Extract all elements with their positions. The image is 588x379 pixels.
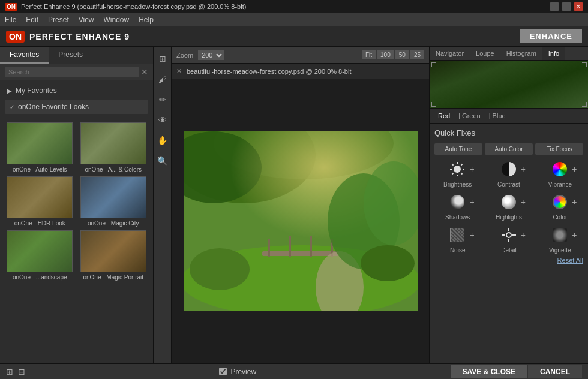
tab-presets[interactable]: Presets [49, 47, 92, 64]
brightness-plus[interactable]: + [468, 165, 475, 173]
zoom-label: Zoom [176, 52, 193, 59]
brush-tool[interactable]: 🖌 [155, 72, 170, 86]
tab-loupe[interactable]: Loupe [470, 47, 500, 60]
save-close-button[interactable]: SAVE & CLOSE [451, 365, 527, 378]
cancel-button[interactable]: CANCEL [527, 365, 582, 378]
navigator-preview [430, 61, 588, 109]
histogram-blue-button[interactable]: | Blue [485, 111, 509, 121]
preview-checkbox[interactable] [219, 368, 227, 375]
grid-large-icon[interactable]: ⊟ [18, 367, 25, 377]
noise-icon [448, 225, 467, 245]
color-adjustment: – + Color [537, 192, 583, 221]
list-item[interactable]: onOne - Magic City [79, 176, 149, 227]
vibrance-minus[interactable]: – [542, 165, 549, 173]
eraser-tool[interactable]: ✏ [155, 92, 170, 107]
pan-tool[interactable]: ✋ [155, 133, 170, 148]
histogram-controls: Red | Green | Blue [430, 109, 588, 124]
vignette-plus[interactable]: + [571, 231, 578, 239]
zoom-100-button[interactable]: 100 [377, 50, 394, 59]
noise-controls: – + [440, 225, 476, 245]
contrast-adjustment: – + Contrast [485, 160, 532, 188]
onone-favorite-looks-header[interactable]: ✓ onOne Favorite Looks [5, 100, 148, 114]
zoom-select[interactable]: 200 [198, 50, 224, 60]
canvas-toolbar: Zoom 200 Fit 100 50 25 [172, 47, 429, 64]
app-title: PERFECT ENHANCE 9 [29, 32, 130, 41]
menu-view[interactable]: View [79, 16, 94, 24]
brand: ON PERFECT ENHANCE 9 [6, 31, 130, 43]
color-controls: – + [542, 192, 578, 212]
fix-focus-button[interactable]: Fix Focus [535, 143, 583, 155]
zoom-fit-button[interactable]: Fit [362, 50, 376, 59]
shadows-plus[interactable]: + [468, 198, 475, 206]
svg-point-16 [454, 166, 461, 173]
grid-small-icon[interactable]: ⊞ [6, 367, 13, 377]
histogram-green-button[interactable]: | Green [455, 111, 484, 121]
shadows-minus[interactable]: – [440, 198, 447, 206]
search-input[interactable] [5, 67, 139, 77]
svg-rect-9 [310, 236, 312, 257]
maximize-button[interactable]: □ [562, 2, 571, 11]
menu-help[interactable]: Help [139, 16, 154, 24]
color-label: Color [553, 214, 567, 221]
color-minus[interactable]: – [542, 198, 549, 206]
highlights-minus[interactable]: – [491, 198, 498, 206]
visibility-tool[interactable]: 👁 [155, 113, 170, 127]
minimize-button[interactable]: — [550, 2, 559, 11]
tab-histogram[interactable]: Histogram [500, 47, 542, 60]
histogram-red-button[interactable]: Red [434, 111, 454, 121]
chevron-right-icon: ▶ [7, 88, 12, 94]
on-logo: ON [6, 31, 25, 43]
search-clear-icon[interactable]: ✕ [141, 67, 148, 77]
brightness-adjustment: – [434, 160, 481, 188]
crop-tool[interactable]: ⊞ [155, 52, 170, 66]
svg-rect-7 [268, 239, 270, 257]
noise-minus[interactable]: – [440, 231, 447, 239]
shadows-label: Shadows [445, 214, 470, 221]
list-item[interactable]: onOne - ...andscape [5, 230, 75, 281]
reset-all-link[interactable]: Reset All [557, 257, 583, 264]
auto-color-button[interactable]: Auto Color [485, 143, 533, 155]
noise-plus[interactable]: + [468, 231, 475, 239]
tab-favorites[interactable]: Favorites [0, 47, 49, 64]
svg-rect-8 [289, 236, 291, 257]
menu-edit[interactable]: Edit [26, 16, 38, 24]
detail-plus[interactable]: + [520, 231, 527, 239]
svg-line-21 [452, 164, 454, 166]
contrast-minus[interactable]: – [491, 165, 498, 173]
shadows-adjustment: – + Shadows [434, 192, 481, 221]
menu-window[interactable]: Window [104, 16, 130, 24]
my-favorites-header[interactable]: ▶ My Favorites [5, 83, 148, 98]
highlights-label: Highlights [496, 214, 522, 221]
contrast-plus[interactable]: + [520, 165, 527, 173]
vignette-minus[interactable]: – [542, 231, 549, 239]
list-item[interactable]: onOne - Auto Levels [5, 122, 75, 173]
menu-preset[interactable]: Preset [48, 16, 69, 24]
tab-info[interactable]: Info [542, 47, 565, 60]
color-plus[interactable]: + [571, 198, 578, 206]
detail-controls: – + [491, 225, 527, 245]
list-item[interactable]: onOne - A... & Colors [79, 122, 149, 173]
nav-corner-br [582, 102, 587, 107]
canvas-content[interactable] [172, 79, 429, 363]
list-item[interactable]: onOne - Magic Portrait [79, 230, 149, 281]
vibrance-plus[interactable]: + [571, 165, 578, 173]
tab-navigator[interactable]: Navigator [430, 47, 470, 60]
svg-point-25 [506, 233, 511, 237]
menu-file[interactable]: File [5, 16, 16, 24]
brightness-minus[interactable]: – [440, 165, 447, 173]
noise-adjustment: – + Noise [434, 225, 481, 254]
close-button[interactable]: ✕ [574, 2, 583, 11]
preset-thumbnail [7, 176, 73, 218]
list-item[interactable]: onOne - HDR Look [5, 176, 75, 227]
zoom-tool[interactable]: 🔍 [155, 154, 170, 168]
highlights-icon [499, 192, 518, 212]
zoom-50-button[interactable]: 50 [395, 50, 409, 59]
zoom-25-button[interactable]: 25 [410, 50, 424, 59]
preset-label: onOne - HDR Look [14, 220, 65, 227]
highlights-plus[interactable]: + [520, 198, 527, 206]
enhance-button[interactable]: ENHANCE [520, 29, 582, 43]
check-icon: ✓ [10, 104, 14, 110]
detail-minus[interactable]: – [491, 231, 498, 239]
close-tab-icon[interactable]: ✕ [176, 67, 182, 75]
auto-tone-button[interactable]: Auto Tone [434, 143, 482, 155]
